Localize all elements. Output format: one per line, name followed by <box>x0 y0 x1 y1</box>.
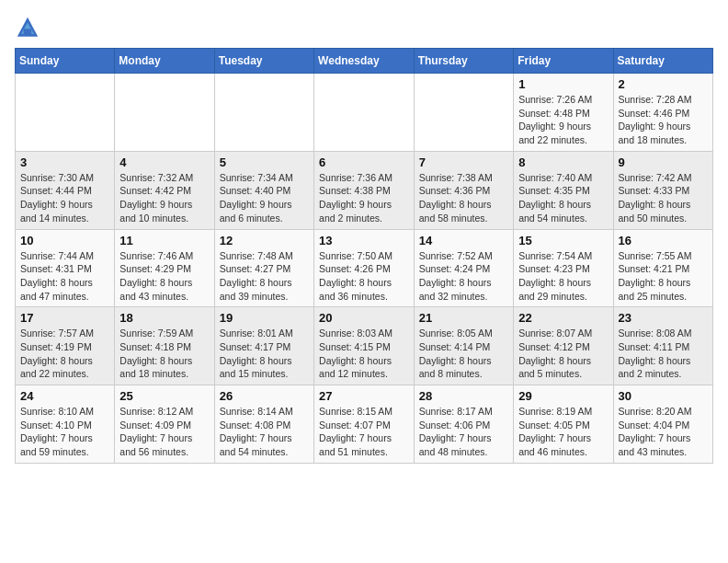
day-info: Sunrise: 7:26 AMSunset: 4:48 PMDaylight:… <box>518 93 608 147</box>
day-info: Sunrise: 8:20 AMSunset: 4:04 PMDaylight:… <box>619 405 708 459</box>
column-header-sunday: Sunday <box>16 49 115 74</box>
day-number: 10 <box>20 234 109 247</box>
day-number: 28 <box>419 389 508 403</box>
column-header-monday: Monday <box>115 49 214 74</box>
day-number: 16 <box>619 234 708 247</box>
calendar-week-row: 1Sunrise: 7:26 AMSunset: 4:48 PMDaylight… <box>16 74 713 152</box>
day-info: Sunrise: 7:36 AMSunset: 4:38 PMDaylight:… <box>319 171 409 225</box>
calendar-cell: 25Sunrise: 8:12 AMSunset: 4:09 PMDayligh… <box>115 385 214 464</box>
day-info: Sunrise: 7:54 AMSunset: 4:23 PMDaylight:… <box>518 249 608 304</box>
day-info: Sunrise: 7:55 AMSunset: 4:21 PMDaylight:… <box>619 249 708 304</box>
calendar-cell: 11Sunrise: 7:46 AMSunset: 4:29 PMDayligh… <box>115 229 214 307</box>
calendar-cell: 26Sunrise: 8:14 AMSunset: 4:08 PMDayligh… <box>214 385 313 464</box>
day-info: Sunrise: 7:52 AMSunset: 4:24 PMDaylight:… <box>419 249 508 304</box>
day-number: 2 <box>619 77 708 91</box>
day-number: 20 <box>319 311 409 325</box>
calendar-cell: 6Sunrise: 7:36 AMSunset: 4:38 PMDaylight… <box>314 151 415 229</box>
day-info: Sunrise: 7:50 AMSunset: 4:26 PMDaylight:… <box>319 249 409 304</box>
calendar-cell: 10Sunrise: 7:44 AMSunset: 4:31 PMDayligh… <box>16 229 115 307</box>
calendar-cell: 12Sunrise: 7:48 AMSunset: 4:27 PMDayligh… <box>214 229 313 307</box>
calendar-cell <box>16 74 115 152</box>
day-number: 11 <box>119 234 209 247</box>
calendar-table: SundayMondayTuesdayWednesdayThursdayFrid… <box>15 48 713 464</box>
day-number: 8 <box>518 155 608 169</box>
day-info: Sunrise: 7:40 AMSunset: 4:35 PMDaylight:… <box>518 171 608 225</box>
day-number: 13 <box>319 234 409 247</box>
day-info: Sunrise: 8:14 AMSunset: 4:08 PMDaylight:… <box>220 405 309 459</box>
day-number: 6 <box>319 155 409 169</box>
day-number: 27 <box>319 389 409 403</box>
day-number: 3 <box>20 155 109 169</box>
calendar-cell: 7Sunrise: 7:38 AMSunset: 4:36 PMDaylight… <box>414 151 513 229</box>
day-number: 14 <box>419 234 508 247</box>
day-number: 29 <box>518 389 608 403</box>
day-info: Sunrise: 8:08 AMSunset: 4:11 PMDaylight:… <box>619 327 708 381</box>
calendar-cell: 3Sunrise: 7:30 AMSunset: 4:44 PMDaylight… <box>16 151 115 229</box>
svg-rect-2 <box>24 29 31 35</box>
day-number: 22 <box>518 311 608 325</box>
day-number: 23 <box>619 311 708 325</box>
day-info: Sunrise: 7:38 AMSunset: 4:36 PMDaylight:… <box>419 171 508 225</box>
day-info: Sunrise: 7:59 AMSunset: 4:18 PMDaylight:… <box>119 327 209 381</box>
calendar-cell: 20Sunrise: 8:03 AMSunset: 4:15 PMDayligh… <box>314 307 415 385</box>
calendar-cell: 5Sunrise: 7:34 AMSunset: 4:40 PMDaylight… <box>214 151 313 229</box>
calendar-cell: 24Sunrise: 8:10 AMSunset: 4:10 PMDayligh… <box>16 385 115 464</box>
column-header-saturday: Saturday <box>613 49 712 74</box>
day-number: 1 <box>518 77 608 91</box>
calendar-cell: 28Sunrise: 8:17 AMSunset: 4:06 PMDayligh… <box>414 385 513 464</box>
column-header-thursday: Thursday <box>414 49 513 74</box>
calendar-week-row: 10Sunrise: 7:44 AMSunset: 4:31 PMDayligh… <box>16 229 713 307</box>
day-number: 12 <box>220 234 309 247</box>
day-info: Sunrise: 8:07 AMSunset: 4:12 PMDaylight:… <box>518 327 608 381</box>
calendar-week-row: 3Sunrise: 7:30 AMSunset: 4:44 PMDaylight… <box>16 151 713 229</box>
calendar-cell: 19Sunrise: 8:01 AMSunset: 4:17 PMDayligh… <box>214 307 313 385</box>
day-number: 15 <box>518 234 608 247</box>
day-number: 30 <box>619 389 708 403</box>
calendar-cell: 16Sunrise: 7:55 AMSunset: 4:21 PMDayligh… <box>613 229 712 307</box>
calendar-cell: 17Sunrise: 7:57 AMSunset: 4:19 PMDayligh… <box>16 307 115 385</box>
column-header-tuesday: Tuesday <box>214 49 313 74</box>
column-header-friday: Friday <box>514 49 613 74</box>
calendar-cell: 1Sunrise: 7:26 AMSunset: 4:48 PMDaylight… <box>514 74 613 152</box>
calendar-cell: 23Sunrise: 8:08 AMSunset: 4:11 PMDayligh… <box>613 307 712 385</box>
calendar-header-row: SundayMondayTuesdayWednesdayThursdayFrid… <box>16 49 713 74</box>
day-info: Sunrise: 8:01 AMSunset: 4:17 PMDaylight:… <box>220 327 309 381</box>
calendar-cell: 30Sunrise: 8:20 AMSunset: 4:04 PMDayligh… <box>613 385 712 464</box>
day-info: Sunrise: 7:44 AMSunset: 4:31 PMDaylight:… <box>20 249 109 304</box>
calendar-cell: 13Sunrise: 7:50 AMSunset: 4:26 PMDayligh… <box>314 229 415 307</box>
day-info: Sunrise: 8:19 AMSunset: 4:05 PMDaylight:… <box>518 405 608 459</box>
day-number: 24 <box>20 389 109 403</box>
calendar-week-row: 17Sunrise: 7:57 AMSunset: 4:19 PMDayligh… <box>16 307 713 385</box>
calendar-cell <box>214 74 313 152</box>
day-info: Sunrise: 7:34 AMSunset: 4:40 PMDaylight:… <box>220 171 309 225</box>
calendar-cell: 9Sunrise: 7:42 AMSunset: 4:33 PMDaylight… <box>613 151 712 229</box>
calendar-cell: 22Sunrise: 8:07 AMSunset: 4:12 PMDayligh… <box>514 307 613 385</box>
day-info: Sunrise: 7:57 AMSunset: 4:19 PMDaylight:… <box>20 327 109 381</box>
calendar-cell <box>314 74 415 152</box>
day-number: 5 <box>220 155 309 169</box>
calendar-cell: 27Sunrise: 8:15 AMSunset: 4:07 PMDayligh… <box>314 385 415 464</box>
day-number: 21 <box>419 311 508 325</box>
calendar-cell <box>115 74 214 152</box>
page-header <box>15 15 713 40</box>
day-info: Sunrise: 8:10 AMSunset: 4:10 PMDaylight:… <box>20 405 109 459</box>
day-info: Sunrise: 7:28 AMSunset: 4:46 PMDaylight:… <box>619 93 708 147</box>
day-number: 4 <box>119 155 209 169</box>
calendar-cell: 18Sunrise: 7:59 AMSunset: 4:18 PMDayligh… <box>115 307 214 385</box>
day-number: 26 <box>220 389 309 403</box>
day-info: Sunrise: 8:17 AMSunset: 4:06 PMDaylight:… <box>419 405 508 459</box>
calendar-cell: 8Sunrise: 7:40 AMSunset: 4:35 PMDaylight… <box>514 151 613 229</box>
day-info: Sunrise: 8:15 AMSunset: 4:07 PMDaylight:… <box>319 405 409 459</box>
day-number: 25 <box>119 389 209 403</box>
day-info: Sunrise: 7:42 AMSunset: 4:33 PMDaylight:… <box>619 171 708 225</box>
calendar-cell: 29Sunrise: 8:19 AMSunset: 4:05 PMDayligh… <box>514 385 613 464</box>
day-info: Sunrise: 7:48 AMSunset: 4:27 PMDaylight:… <box>220 249 309 304</box>
calendar-cell <box>414 74 513 152</box>
calendar-cell: 14Sunrise: 7:52 AMSunset: 4:24 PMDayligh… <box>414 229 513 307</box>
day-number: 18 <box>119 311 209 325</box>
calendar-cell: 21Sunrise: 8:05 AMSunset: 4:14 PMDayligh… <box>414 307 513 385</box>
day-number: 17 <box>20 311 109 325</box>
calendar-cell: 15Sunrise: 7:54 AMSunset: 4:23 PMDayligh… <box>514 229 613 307</box>
day-info: Sunrise: 8:05 AMSunset: 4:14 PMDaylight:… <box>419 327 508 381</box>
calendar-cell: 2Sunrise: 7:28 AMSunset: 4:46 PMDaylight… <box>613 74 712 152</box>
